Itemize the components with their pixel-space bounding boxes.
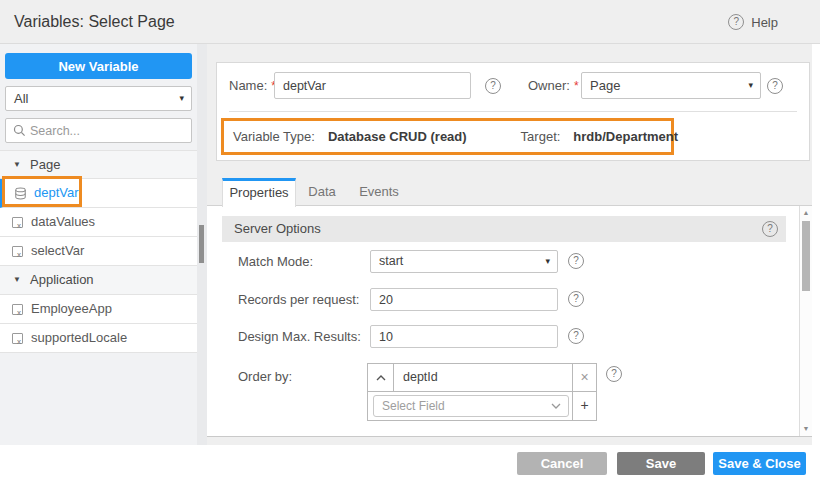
tree-item-deptvar[interactable]: deptVar [0,179,197,208]
help-icon[interactable]: ? [568,291,584,307]
help-icon[interactable]: ? [767,78,783,94]
variable-icon: x [12,217,23,228]
variable-icon: x [12,333,23,344]
variable-type-label: Variable Type: [233,129,315,144]
filter-selected-value: All [14,87,28,110]
help-icon[interactable]: ? [762,221,778,237]
select-field-placeholder: Select Field [382,396,445,416]
order-by-row: deptId × [368,364,596,392]
server-options-title: Server Options [234,216,321,242]
order-by-label: Order by: [238,365,292,388]
add-order-row: Select Field + [368,392,596,420]
tree-group-application[interactable]: ▼ Application [0,266,197,295]
server-options-header: Server Options ? [222,216,786,242]
page-title: Variables: Select Page [14,0,175,44]
match-mode-value: start [379,251,403,272]
search-icon [13,124,26,137]
chevron-down-icon: ▾ [748,73,753,98]
owner-selected-value: Page [590,73,620,98]
help-icon[interactable]: ? [568,253,584,269]
variables-tree: ▼ Page deptVar x dataValues x selectVar [0,150,197,353]
sidebar-scrollbar[interactable] [197,44,207,447]
save-and-close-button[interactable]: Save & Close [713,452,806,475]
properties-panel: Server Options ? Match Mode: start ▾ ? R… [207,206,812,437]
database-icon [14,187,27,200]
tab-events[interactable]: Events [351,178,407,206]
detail-tabbar: Properties Data Events [207,178,812,206]
close-icon: × [580,369,588,385]
tree-item-selectvar[interactable]: x selectVar [0,237,197,266]
target-label: Target: [521,129,561,144]
chevron-up-icon [376,375,386,381]
content-scrollbar[interactable]: ▲ ▼ [799,206,812,436]
chevron-down-icon: ▾ [545,251,550,272]
help-icon[interactable]: ? [485,78,501,94]
search-input[interactable] [30,120,188,141]
name-input[interactable] [274,72,471,99]
variable-search [5,118,192,143]
chevron-down-icon: ▾ [179,87,184,110]
chevron-down-icon [551,403,561,409]
match-mode-select[interactable]: start ▾ [370,250,558,273]
dialog-footer: Cancel Save Save & Close [0,445,820,492]
dialog-header: Variables: Select Page ? Help [0,0,820,44]
add-order-button[interactable]: + [572,392,596,420]
variable-filter-select[interactable]: All ▾ [5,86,192,111]
variables-sidebar: New Variable All ▾ ▼ Page [0,44,197,447]
name-label: Name:* [229,72,276,100]
new-variable-button[interactable]: New Variable [5,53,192,79]
design-max-results-label: Design Max. Results: [238,325,361,348]
type-target-annotation-box: Variable Type: Database CRUD (read) Targ… [221,118,674,155]
tree-group-page[interactable]: ▼ Page [0,150,197,179]
sidebar-scrollbar-thumb[interactable] [199,225,204,263]
order-by-widget: deptId × Select Field + [367,363,597,421]
tab-properties[interactable]: Properties [222,178,296,207]
target-value: hrdb/Department [573,129,678,144]
select-field-dropdown[interactable]: Select Field [373,395,569,417]
scroll-up-icon[interactable]: ▲ [800,209,812,216]
tab-data[interactable]: Data [297,178,347,206]
variable-icon: x [12,246,23,257]
records-per-request-label: Records per request: [238,288,359,311]
cancel-button[interactable]: Cancel [517,452,607,475]
required-asterisk: * [574,79,579,93]
plus-icon: + [580,397,588,413]
order-by-field-value: deptId [394,364,572,391]
tree-item-datavalues[interactable]: x dataValues [0,208,197,237]
tree-item-supportedlocale[interactable]: x supportedLocale [0,324,197,353]
save-button[interactable]: Save [617,452,705,475]
owner-select[interactable]: Page ▾ [581,72,761,99]
triangle-down-icon: ▼ [13,266,21,294]
owner-label: Owner:* [528,72,579,100]
tree-item-employeeapp[interactable]: x EmployeeApp [0,295,197,324]
help-icon: ? [728,14,744,30]
scroll-down-icon[interactable]: ▼ [800,425,812,432]
triangle-down-icon: ▼ [13,151,21,179]
variables-dialog: Variables: Select Page ? Help New Variab… [0,0,820,492]
remove-order-button[interactable]: × [572,364,596,391]
content-scrollbar-thumb[interactable] [802,221,810,291]
variable-summary-card: Name:* ? Owner:* Page ▾ ? Variable Type:… [216,62,810,161]
help-icon[interactable]: ? [606,366,622,382]
help-icon[interactable]: ? [568,328,584,344]
match-mode-label: Match Mode: [238,250,313,273]
variable-icon: x [12,304,23,315]
variable-type-value: Database CRUD (read) [328,129,467,144]
records-per-request-input[interactable] [370,288,558,311]
help-button[interactable]: ? Help [728,0,778,44]
help-label: Help [751,15,778,30]
card-divider [229,111,797,112]
design-max-results-input[interactable] [370,325,558,348]
sort-direction-button[interactable] [368,364,394,391]
